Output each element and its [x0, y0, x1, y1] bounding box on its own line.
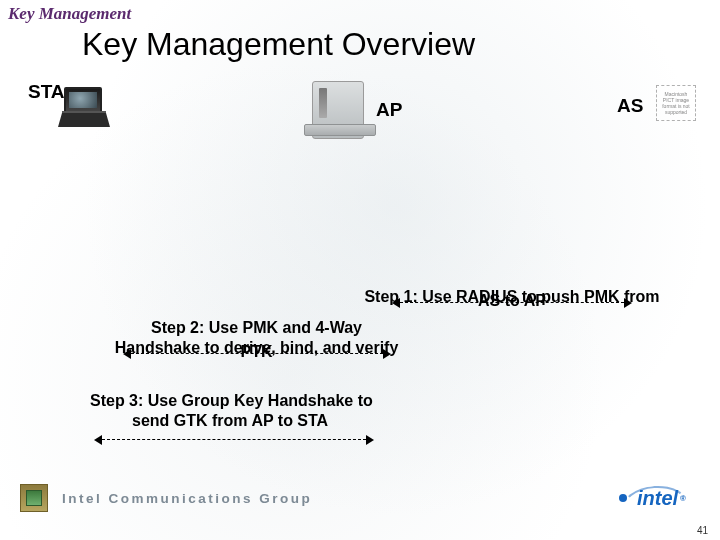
section-label: Key Management — [0, 0, 720, 24]
footer-group-text: Intel Communications Group — [62, 491, 312, 506]
laptop-icon — [58, 87, 110, 133]
step-3-line1: Step 3: Use Group Key Handshake to — [90, 391, 434, 411]
chip-icon — [20, 484, 48, 512]
intel-wordmark: intel — [637, 487, 678, 510]
arrow-both-icon — [94, 435, 374, 445]
intel-logo: intel ® — [619, 487, 686, 510]
arrow-both-icon — [123, 349, 391, 359]
page-title: Key Management Overview — [0, 24, 720, 63]
step-3: Step 3: Use Group Key Handshake to send … — [84, 391, 434, 445]
bullet-icon — [619, 494, 627, 502]
registered-mark: ® — [680, 494, 686, 503]
node-as-label: AS — [617, 95, 643, 117]
arrow-both-icon — [392, 298, 632, 308]
node-ap-label: AP — [376, 99, 402, 121]
step-2: Step 2: Use PMK and 4-Way Handshake to d… — [84, 318, 429, 359]
missing-image-placeholder: Macintosh PICT image format is not suppo… — [656, 85, 696, 121]
diagram-row: STA AP AS Macintosh PICT image format is… — [0, 81, 720, 181]
step-2-line1: Step 2: Use PMK and 4-Way — [84, 318, 429, 338]
page-number: 41 — [697, 525, 708, 536]
step-1: Step 1: Use RADIUS to push PMK from AS t… — [332, 287, 692, 308]
step-3-line2: send GTK from AP to STA — [90, 411, 434, 431]
server-icon — [312, 81, 364, 139]
footer: Intel Communications Group intel ® — [0, 480, 720, 516]
